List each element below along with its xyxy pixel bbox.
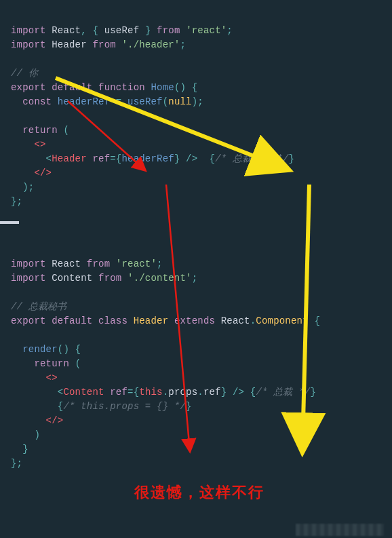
jsx-fragment-close: </>: [34, 168, 52, 178]
code-block-2: import React from 'react'; import Conten…: [0, 225, 392, 480]
watermark: [296, 524, 384, 536]
comment-secretary-1: /* 总裁秘书 */: [215, 153, 288, 164]
comment-boss: /* 总裁 */: [256, 387, 310, 398]
section-divider: [0, 223, 19, 224]
comment-you: // 你: [11, 68, 38, 79]
code-block: import React, { useRef } from 'react'; i…: [0, 0, 392, 218]
kw-import: import: [11, 25, 46, 36]
comment-this-props: /* this.props = {} */: [63, 401, 186, 412]
caption-text: 很遗憾，这样不行: [134, 482, 264, 503]
jsx-fragment-open: <>: [34, 139, 45, 150]
comment-secretary-2: // 总裁秘书: [11, 301, 67, 312]
